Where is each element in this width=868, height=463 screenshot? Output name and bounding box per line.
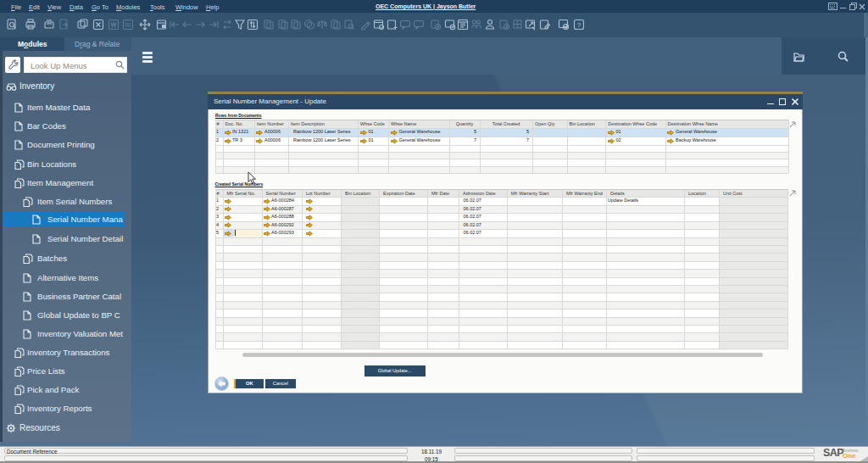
svg-text:?: ? bbox=[577, 21, 581, 29]
